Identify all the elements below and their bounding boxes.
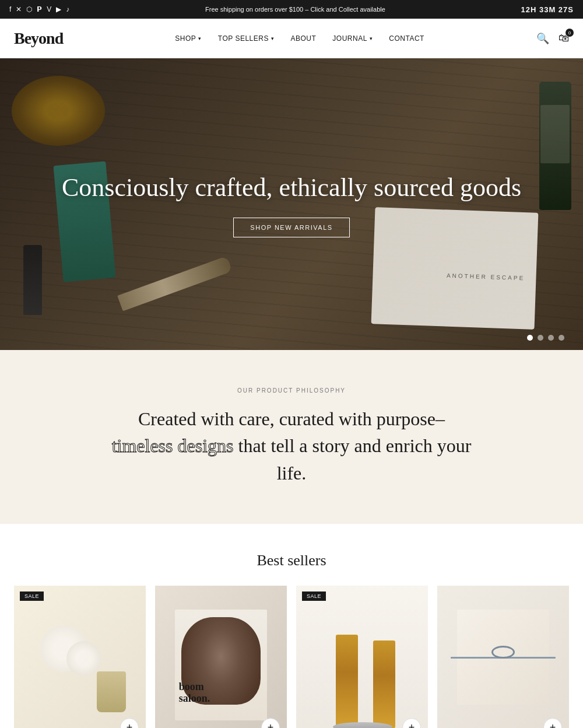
slider-dot-3[interactable]: [548, 335, 554, 341]
product-card-2[interactable]: boomsaloon. + BEYOND-THEME-3 Boom Saloon…: [155, 586, 287, 728]
cart-icon[interactable]: 🛍 0: [559, 32, 569, 44]
add-to-cart-button-2[interactable]: +: [261, 718, 280, 728]
product-card-1[interactable]: SALE + HARVEST SKINCARE Harvest Skincare…: [14, 586, 146, 728]
nav-about[interactable]: ABOUT: [290, 34, 316, 43]
site-logo[interactable]: Beyond: [14, 29, 63, 48]
sale-badge-1: SALE: [20, 592, 44, 601]
pinterest-icon[interactable]: 𝗣: [37, 5, 42, 13]
philosophy-section: OUR PRODUCT PHILOSOPHY Created with care…: [0, 350, 583, 524]
slider-dot-2[interactable]: [538, 335, 543, 341]
nav-shop[interactable]: SHOP ▾: [175, 34, 202, 43]
product-prop-candle1: [336, 635, 358, 728]
facebook-icon[interactable]: f: [9, 5, 11, 13]
top-bar: f ✕ ⬡ 𝗣 V ▶ ♪ Free shipping on orders ov…: [0, 0, 583, 19]
product-prop-pouch: [97, 671, 126, 712]
hero-bowl-prop: [12, 76, 105, 146]
chevron-down-icon: ▾: [370, 36, 373, 41]
twitter-icon[interactable]: ✕: [16, 5, 22, 13]
countdown-timer: 12H 33M 27S: [521, 5, 574, 14]
philosophy-text: Created with care, curated with purpose–…: [111, 405, 472, 487]
main-nav: SHOP ▾ TOP SELLERS ▾ ABOUT JOURNAL ▾ CON…: [175, 34, 424, 43]
vimeo-icon[interactable]: V: [47, 5, 51, 13]
search-icon[interactable]: 🔍: [536, 32, 549, 45]
product-prop-text: boomsaloon.: [179, 681, 210, 705]
product-prop-candle2: [373, 640, 395, 728]
philosophy-label: OUR PRODUCT PHILOSOPHY: [23, 387, 560, 394]
best-sellers-title: Best sellers: [14, 552, 569, 569]
site-header: Beyond SHOP ▾ TOP SELLERS ▾ ABOUT JOURNA…: [0, 19, 583, 58]
hero-oilbottle-prop: [23, 245, 42, 315]
nav-contact[interactable]: CONTACT: [389, 34, 424, 43]
product-image-3: SALE +: [296, 586, 428, 728]
slider-dot-1[interactable]: [527, 335, 533, 341]
product-card-3[interactable]: SALE + ORÉ MI CANDLES Large Beeswax Cand…: [296, 586, 428, 728]
product-prop-circle2: [66, 641, 101, 676]
hero-section: Another Escape Consciously crafted, ethi…: [0, 58, 583, 350]
add-to-cart-button-3[interactable]: +: [402, 718, 421, 728]
product-image-2: boomsaloon. +: [155, 586, 287, 728]
sale-badge-3: SALE: [302, 592, 326, 601]
cart-count: 0: [566, 29, 574, 37]
hero-content: Consciously crafted, ethically sourced g…: [62, 172, 521, 237]
chevron-down-icon: ▾: [198, 36, 202, 41]
social-icons: f ✕ ⬡ 𝗣 V ▶ ♪: [9, 5, 69, 13]
product-prop-bow: [491, 646, 515, 659]
philosophy-text-part1: Created with care, curated with purpose–: [138, 408, 445, 429]
product-image-4: +: [437, 586, 569, 728]
products-grid: SALE + HARVEST SKINCARE Harvest Skincare…: [14, 586, 569, 728]
product-image-1: SALE +: [14, 586, 146, 728]
youtube-icon[interactable]: ▶: [56, 5, 61, 13]
chevron-down-icon: ▾: [271, 36, 275, 41]
hero-bottle-label: [540, 105, 570, 163]
hero-cta-button[interactable]: SHOP NEW ARRIVALS: [233, 218, 349, 237]
hero-slider-dots: [527, 335, 564, 341]
philosophy-text-part2: that tell a story and enrich your life.: [234, 435, 472, 483]
instagram-icon[interactable]: ⬡: [26, 5, 32, 13]
add-to-cart-button-1[interactable]: +: [120, 718, 139, 728]
slider-dot-4[interactable]: [559, 335, 564, 341]
header-icons: 🔍 🛍 0: [536, 32, 569, 45]
hero-title: Consciously crafted, ethically sourced g…: [62, 172, 521, 204]
shipping-message: Free shipping on orders over $100 – Clic…: [69, 6, 521, 13]
nav-top-sellers[interactable]: TOP SELLERS ▾: [218, 34, 275, 43]
product-card-4[interactable]: + GRACE ALEXANDER FLOWERS Antique Blooms…: [437, 586, 569, 728]
best-sellers-section: Best sellers SALE + HARVEST SKINCARE Har…: [0, 524, 583, 728]
add-to-cart-button-4[interactable]: +: [543, 718, 562, 728]
nav-journal[interactable]: JOURNAL ▾: [332, 34, 373, 43]
philosophy-text-outlined: timeless designs: [112, 435, 234, 456]
